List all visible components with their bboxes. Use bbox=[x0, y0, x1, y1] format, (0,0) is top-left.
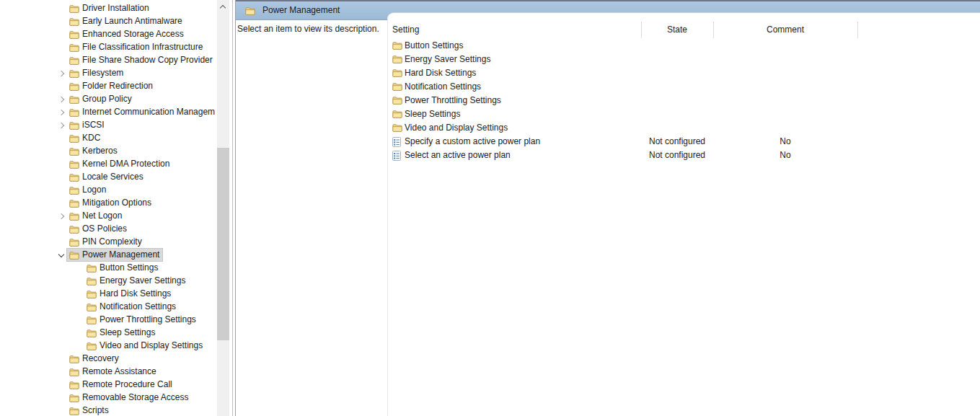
tree-item-filesystem[interactable]: Filesystem bbox=[0, 67, 217, 80]
column-header-state[interactable]: State bbox=[641, 21, 713, 38]
tree-node: Net Logon bbox=[67, 210, 125, 222]
tree-item-power-throttling-settings[interactable]: Power Throttling Settings bbox=[0, 314, 217, 327]
tree-node: Remote Assistance bbox=[67, 366, 159, 378]
tree-item-label: Recovery bbox=[82, 353, 119, 365]
tree-node: iSCSI bbox=[67, 119, 107, 131]
list-row-specify-a-custom-active-power-plan[interactable]: Specify a custom active power planNot co… bbox=[388, 135, 980, 149]
tree-item-label: File Share Shadow Copy Provider bbox=[82, 54, 213, 66]
pane-splitter[interactable] bbox=[232, 0, 233, 416]
tree-node: OS Policies bbox=[67, 223, 130, 235]
chevron-right-icon[interactable] bbox=[58, 71, 64, 76]
tree-item-notification-settings[interactable]: Notification Settings bbox=[0, 301, 217, 314]
tree-node: Enhanced Storage Access bbox=[67, 28, 187, 40]
tree-node: Kerberos bbox=[67, 145, 120, 157]
column-divider[interactable] bbox=[857, 22, 858, 38]
tree-item-label: Group Policy bbox=[82, 93, 132, 105]
column-divider[interactable] bbox=[713, 22, 714, 38]
list-row-energy-saver-settings[interactable]: Energy Saver Settings bbox=[388, 53, 980, 66]
chevron-right-icon[interactable] bbox=[58, 97, 64, 102]
scroll-up-button[interactable] bbox=[217, 0, 229, 12]
tree-item-early-launch-antimalware[interactable]: Early Launch Antimalware bbox=[0, 15, 217, 28]
setting-label: Select an active power plan bbox=[405, 149, 511, 162]
folder-icon bbox=[69, 394, 79, 402]
folder-icon bbox=[69, 69, 79, 78]
tree-item-label: Hard Disk Settings bbox=[100, 288, 171, 300]
tree-item-pin-complexity[interactable]: PIN Complexity bbox=[0, 236, 217, 249]
tree-node: Button Settings bbox=[84, 262, 161, 274]
items-list-card: Setting State Comment Button SettingsEne… bbox=[387, 12, 980, 416]
folder-icon bbox=[87, 290, 97, 298]
list-row-notification-settings[interactable]: Notification Settings bbox=[388, 80, 980, 94]
list-row-button-settings[interactable]: Button Settings bbox=[388, 39, 980, 53]
tree-item-energy-saver-settings[interactable]: Energy Saver Settings bbox=[0, 275, 217, 288]
list-row-sleep-settings[interactable]: Sleep Settings bbox=[388, 107, 980, 121]
tree-item-button-settings[interactable]: Button Settings bbox=[0, 262, 217, 275]
chevron-right-icon[interactable] bbox=[58, 110, 64, 115]
tree-item-folder-redirection[interactable]: Folder Redirection bbox=[0, 80, 217, 93]
setting-label: Specify a custom active power plan bbox=[405, 135, 540, 149]
folder-icon bbox=[69, 121, 79, 130]
list-row-select-an-active-power-plan[interactable]: Select an active power planNot configure… bbox=[388, 149, 980, 162]
tree-item-kdc[interactable]: KDC bbox=[0, 132, 217, 145]
list-row-hard-disk-settings[interactable]: Hard Disk Settings bbox=[388, 66, 980, 80]
folder-icon bbox=[69, 4, 79, 13]
tree-node: Filesystem bbox=[67, 67, 126, 79]
tree-item-enhanced-storage-access[interactable]: Enhanced Storage Access bbox=[0, 28, 217, 41]
tree-node: Folder Redirection bbox=[67, 80, 156, 92]
description-text: Select an item to view its description. bbox=[237, 24, 386, 34]
tree-item-mitigation-options[interactable]: Mitigation Options bbox=[0, 197, 217, 210]
tree-item-recovery[interactable]: Recovery bbox=[0, 353, 217, 366]
setting-label: Button Settings bbox=[405, 39, 463, 53]
tree-item-net-logon[interactable]: Net Logon bbox=[0, 210, 217, 223]
tree-node: File Share Shadow Copy Provider bbox=[67, 54, 216, 66]
setting-label: Power Throttling Settings bbox=[405, 94, 501, 107]
tree-node: Kernel DMA Protection bbox=[67, 158, 172, 170]
folder-icon bbox=[87, 316, 97, 324]
tree-item-video-and-display-settings[interactable]: Video and Display Settings bbox=[0, 340, 217, 353]
tree-item-remote-procedure-call[interactable]: Remote Procedure Call bbox=[0, 379, 217, 391]
list-row-power-throttling-settings[interactable]: Power Throttling Settings bbox=[388, 94, 980, 107]
tree-item-label: Kerberos bbox=[82, 145, 118, 157]
tree-item-locale-services[interactable]: Locale Services bbox=[0, 171, 217, 184]
tree-item-iscsi[interactable]: iSCSI bbox=[0, 119, 217, 132]
tree-item-scripts[interactable]: Scripts bbox=[0, 404, 217, 416]
tree-node: Scripts bbox=[67, 404, 112, 416]
tree-item-label: Mitigation Options bbox=[82, 197, 151, 209]
list-row-video-and-display-settings[interactable]: Video and Display Settings bbox=[388, 121, 980, 135]
policy-icon bbox=[392, 137, 402, 146]
chevron-right-icon[interactable] bbox=[58, 213, 64, 219]
tree-node: Power Throttling Settings bbox=[84, 314, 199, 326]
tree-item-hard-disk-settings[interactable]: Hard Disk Settings bbox=[0, 288, 217, 301]
tree-item-file-share-shadow-copy-provider[interactable]: File Share Shadow Copy Provider bbox=[0, 54, 217, 67]
tree-node: PIN Complexity bbox=[67, 236, 145, 248]
tree-item-kernel-dma-protection[interactable]: Kernel DMA Protection bbox=[0, 158, 217, 171]
tree-item-power-management[interactable]: Power Management bbox=[0, 249, 217, 262]
tree-item-removable-storage-access[interactable]: Removable Storage Access bbox=[0, 391, 217, 404]
tree-item-remote-assistance[interactable]: Remote Assistance bbox=[0, 366, 217, 379]
details-pane: Power Management Select an item to view … bbox=[236, 0, 980, 416]
folder-icon bbox=[87, 329, 97, 337]
tree-item-label: iSCSI bbox=[82, 119, 105, 131]
tree-item-logon[interactable]: Logon bbox=[0, 184, 217, 197]
tree-item-file-classification-infrastructure[interactable]: File Classification Infrastructure bbox=[0, 41, 217, 54]
folder-icon bbox=[392, 55, 402, 64]
column-header-comment[interactable]: Comment bbox=[713, 21, 857, 38]
setting-label: Sleep Settings bbox=[405, 107, 460, 121]
folder-icon bbox=[392, 110, 402, 119]
tree-item-kerberos[interactable]: Kerberos bbox=[0, 145, 217, 158]
column-header-setting[interactable]: Setting bbox=[392, 21, 419, 38]
folder-icon bbox=[69, 134, 79, 143]
tree-item-internet-communication-managem[interactable]: Internet Communication Managem bbox=[0, 106, 217, 119]
tree-scrollbar[interactable] bbox=[217, 0, 229, 416]
console-tree: Driver InstallationEarly Launch Antimalw… bbox=[0, 0, 217, 416]
tree-item-sleep-settings[interactable]: Sleep Settings bbox=[0, 327, 217, 340]
tree-item-driver-installation[interactable]: Driver Installation bbox=[0, 2, 217, 15]
chevron-right-icon[interactable] bbox=[58, 123, 64, 128]
chevron-down-icon[interactable] bbox=[58, 252, 64, 257]
tree-node: Group Policy bbox=[67, 93, 135, 105]
tree-item-group-policy[interactable]: Group Policy bbox=[0, 93, 217, 106]
tree-item-os-policies[interactable]: OS Policies bbox=[0, 223, 217, 236]
scrollbar-thumb[interactable] bbox=[217, 148, 229, 340]
folder-icon bbox=[69, 82, 79, 91]
column-divider[interactable] bbox=[641, 22, 642, 38]
